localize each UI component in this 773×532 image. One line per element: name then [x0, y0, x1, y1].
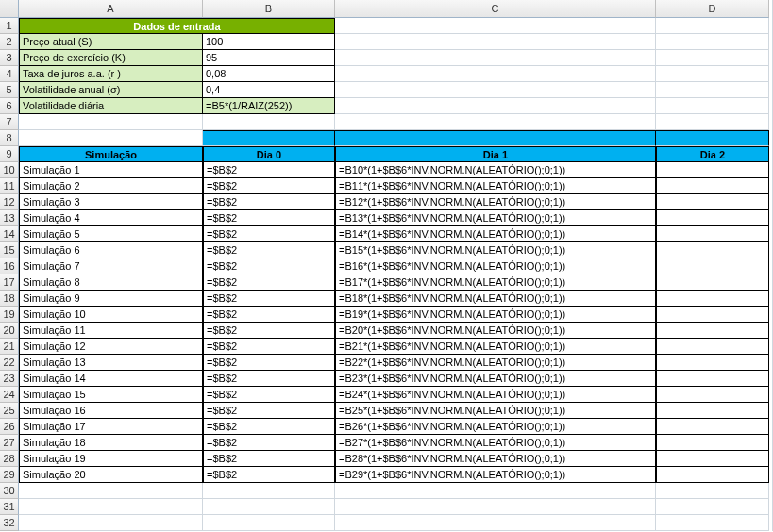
sim-dia1-16[interactable]: =B26*(1+$B$6*INV.NORM.N(ALEATÓRIO();0;1)… — [335, 419, 656, 435]
row-header-27[interactable]: 27 — [0, 435, 19, 451]
sim-dia2-12[interactable] — [656, 355, 769, 371]
sim-dia1-3[interactable]: =B13*(1+$B$6*INV.NORM.N(ALEATÓRIO();0;1)… — [335, 210, 656, 226]
row-header-18[interactable]: 18 — [0, 291, 19, 307]
cell-C32[interactable] — [335, 515, 656, 531]
sim-dia0-8[interactable]: =$B$2 — [203, 291, 335, 307]
cell-D7[interactable] — [656, 114, 769, 130]
row-header-4[interactable]: 4 — [0, 66, 19, 82]
sim-dia0-2[interactable]: =$B$2 — [203, 194, 335, 210]
sim-dia2-4[interactable] — [656, 226, 769, 242]
sim-dia1-12[interactable]: =B22*(1+$B$6*INV.NORM.N(ALEATÓRIO();0;1)… — [335, 355, 656, 371]
sim-dia2-11[interactable] — [656, 339, 769, 355]
sim-dia2-14[interactable] — [656, 387, 769, 403]
sim-dia0-15[interactable]: =$B$2 — [203, 403, 335, 419]
column-header-D[interactable]: D — [656, 0, 769, 18]
row-header-22[interactable]: 22 — [0, 355, 19, 371]
cell-D31[interactable] — [656, 499, 769, 515]
row-header-9[interactable]: 9 — [0, 146, 19, 162]
cell-D1[interactable] — [656, 18, 769, 34]
sim-dia0-17[interactable]: =$B$2 — [203, 435, 335, 451]
row-header-15[interactable]: 15 — [0, 242, 19, 258]
sim-dia1-10[interactable]: =B20*(1+$B$6*INV.NORM.N(ALEATÓRIO();0;1)… — [335, 323, 656, 339]
row-header-28[interactable]: 28 — [0, 451, 19, 467]
cell-C30[interactable] — [335, 483, 656, 499]
sim-dia1-15[interactable]: =B25*(1+$B$6*INV.NORM.N(ALEATÓRIO();0;1)… — [335, 403, 656, 419]
sim-dia1-4[interactable]: =B14*(1+$B$6*INV.NORM.N(ALEATÓRIO();0;1)… — [335, 226, 656, 242]
sim-dia1-2[interactable]: =B12*(1+$B$6*INV.NORM.N(ALEATÓRIO();0;1)… — [335, 194, 656, 210]
row-header-25[interactable]: 25 — [0, 403, 19, 419]
sim-dia2-1[interactable] — [656, 178, 769, 194]
sim-dia0-14[interactable]: =$B$2 — [203, 387, 335, 403]
cell-D30[interactable] — [656, 483, 769, 499]
sim-dia0-1[interactable]: =$B$2 — [203, 178, 335, 194]
cell-C1[interactable] — [335, 18, 656, 34]
sim-dia0-18[interactable]: =$B$2 — [203, 451, 335, 467]
sim-dia1-0[interactable]: =B10*(1+$B$6*INV.NORM.N(ALEATÓRIO();0;1)… — [335, 162, 656, 178]
cell-B31[interactable] — [203, 499, 335, 515]
cell-C8[interactable] — [335, 130, 656, 146]
sim-dia0-16[interactable]: =$B$2 — [203, 419, 335, 435]
sim-dia0-5[interactable]: =$B$2 — [203, 242, 335, 258]
sim-dia1-6[interactable]: =B16*(1+$B$6*INV.NORM.N(ALEATÓRIO();0;1)… — [335, 258, 656, 274]
cell-A7[interactable] — [19, 114, 203, 130]
sim-dia2-18[interactable] — [656, 451, 769, 467]
dados-value-3[interactable]: 0,08 — [203, 66, 335, 82]
sim-dia2-13[interactable] — [656, 371, 769, 387]
sim-dia0-0[interactable]: =$B$2 — [203, 162, 335, 178]
cell-D4[interactable] — [656, 66, 769, 82]
row-header-20[interactable]: 20 — [0, 323, 19, 339]
row-header-11[interactable]: 11 — [0, 178, 19, 194]
sim-dia2-3[interactable] — [656, 210, 769, 226]
sim-dia0-7[interactable]: =$B$2 — [203, 274, 335, 291]
sim-dia0-12[interactable]: =$B$2 — [203, 355, 335, 371]
cell-D32[interactable] — [656, 515, 769, 531]
dados-value-5[interactable]: =B5*(1/RAIZ(252)) — [203, 98, 335, 114]
cell-A30[interactable] — [19, 483, 203, 499]
cell-D8[interactable] — [656, 130, 769, 146]
cell-A31[interactable] — [19, 499, 203, 515]
cell-C5[interactable] — [335, 82, 656, 98]
sim-dia2-8[interactable] — [656, 291, 769, 307]
sim-dia1-11[interactable]: =B21*(1+$B$6*INV.NORM.N(ALEATÓRIO();0;1)… — [335, 339, 656, 355]
row-header-30[interactable]: 30 — [0, 483, 19, 499]
sim-dia0-4[interactable]: =$B$2 — [203, 226, 335, 242]
sim-dia1-7[interactable]: =B17*(1+$B$6*INV.NORM.N(ALEATÓRIO();0;1)… — [335, 274, 656, 291]
row-header-17[interactable]: 17 — [0, 274, 19, 291]
cell-A8[interactable] — [19, 130, 203, 146]
row-header-31[interactable]: 31 — [0, 499, 19, 515]
column-header-B[interactable]: B — [203, 0, 335, 18]
cell-D5[interactable] — [656, 82, 769, 98]
sim-dia2-17[interactable] — [656, 435, 769, 451]
cell-B8[interactable] — [203, 130, 335, 146]
spreadsheet-grid[interactable]: ABCD1Dados de entrada2Preço atual (S)100… — [0, 0, 773, 531]
column-header-C[interactable]: C — [335, 0, 656, 18]
sim-dia0-3[interactable]: =$B$2 — [203, 210, 335, 226]
row-header-29[interactable]: 29 — [0, 467, 19, 483]
cell-C2[interactable] — [335, 34, 656, 50]
row-header-23[interactable]: 23 — [0, 371, 19, 387]
row-header-13[interactable]: 13 — [0, 210, 19, 226]
cell-B32[interactable] — [203, 515, 335, 531]
row-header-8[interactable]: 8 — [0, 130, 19, 146]
dados-value-2[interactable]: 95 — [203, 50, 335, 66]
sim-dia0-19[interactable]: =$B$2 — [203, 467, 335, 483]
sim-dia0-13[interactable]: =$B$2 — [203, 371, 335, 387]
sim-dia2-9[interactable] — [656, 307, 769, 323]
sim-dia1-18[interactable]: =B28*(1+$B$6*INV.NORM.N(ALEATÓRIO();0;1)… — [335, 451, 656, 467]
sim-dia2-19[interactable] — [656, 467, 769, 483]
sim-dia2-0[interactable] — [656, 162, 769, 178]
dados-value-4[interactable]: 0,4 — [203, 82, 335, 98]
sim-dia1-14[interactable]: =B24*(1+$B$6*INV.NORM.N(ALEATÓRIO();0;1)… — [335, 387, 656, 403]
cell-B30[interactable] — [203, 483, 335, 499]
sim-dia1-5[interactable]: =B15*(1+$B$6*INV.NORM.N(ALEATÓRIO();0;1)… — [335, 242, 656, 258]
row-header-3[interactable]: 3 — [0, 50, 19, 66]
row-header-14[interactable]: 14 — [0, 226, 19, 242]
cell-B7[interactable] — [203, 114, 335, 130]
sim-dia2-15[interactable] — [656, 403, 769, 419]
sim-dia0-11[interactable]: =$B$2 — [203, 339, 335, 355]
row-header-32[interactable]: 32 — [0, 515, 19, 531]
sim-dia2-16[interactable] — [656, 419, 769, 435]
dados-value-1[interactable]: 100 — [203, 34, 335, 50]
row-header-1[interactable]: 1 — [0, 18, 19, 34]
row-header-6[interactable]: 6 — [0, 98, 19, 114]
